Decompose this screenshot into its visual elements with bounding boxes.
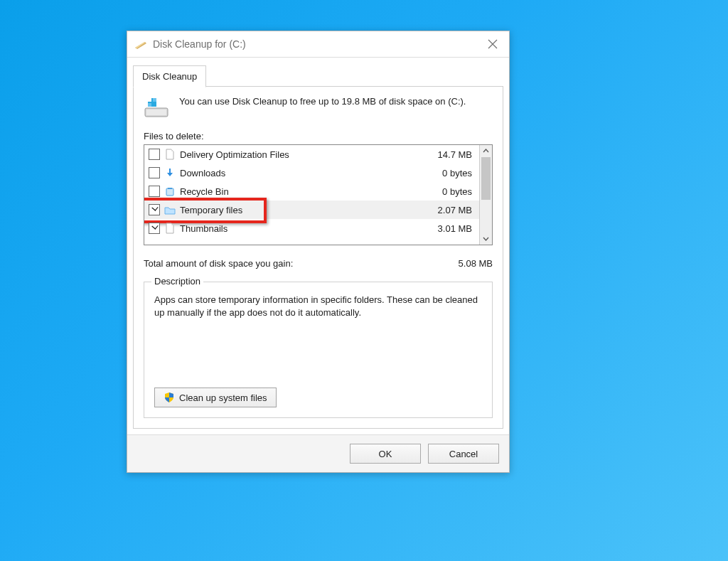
scroll-down-button[interactable]	[480, 233, 492, 245]
drive-icon	[144, 95, 169, 121]
file-checkbox[interactable]	[149, 223, 160, 234]
disk-cleanup-icon	[134, 38, 147, 50]
title-bar[interactable]: Disk Cleanup for (C:)	[127, 31, 509, 58]
shield-icon	[164, 392, 175, 403]
svg-rect-6	[153, 103, 156, 107]
file-size: 2.07 MB	[415, 205, 475, 215]
svg-rect-1	[146, 109, 166, 115]
file-size: 3.01 MB	[415, 223, 475, 234]
intro-section: You can use Disk Cleanup to free up to 1…	[144, 95, 493, 121]
file-name: Downloads	[180, 168, 411, 178]
files-list-inner: Delivery Optimization Files14.7 MBDownlo…	[144, 145, 479, 245]
file-icon	[164, 149, 176, 160]
tab-disk-cleanup[interactable]: Disk Cleanup	[133, 65, 206, 87]
svg-rect-3	[148, 98, 151, 102]
clean-system-files-label: Clean up system files	[179, 392, 267, 403]
file-row[interactable]: Temporary files2.07 MB	[144, 201, 479, 219]
svg-rect-7	[166, 188, 173, 196]
ok-button[interactable]: OK	[350, 444, 421, 464]
file-row[interactable]: Recycle Bin0 bytes	[144, 182, 479, 201]
intro-text: You can use Disk Cleanup to free up to 1…	[179, 95, 466, 108]
file-checkbox[interactable]	[149, 149, 160, 160]
chevron-up-icon	[483, 148, 489, 154]
file-name: Delivery Optimization Files	[180, 149, 411, 160]
window-body: Disk Cleanup	[127, 63, 509, 429]
file-name: Recycle Bin	[180, 186, 411, 197]
tab-label: Disk Cleanup	[142, 71, 197, 82]
files-listbox[interactable]: Delivery Optimization Files14.7 MBDownlo…	[144, 144, 493, 245]
desktop-background: Disk Cleanup for (C:) Disk Cleanup	[0, 0, 728, 561]
dialog-footer: OK Cancel	[127, 434, 509, 472]
window-title: Disk Cleanup for (C:)	[153, 38, 246, 50]
total-row: Total amount of disk space you gain: 5.0…	[144, 258, 493, 269]
download-icon	[164, 167, 176, 178]
description-legend: Description	[151, 276, 203, 287]
scroll-thumb[interactable]	[481, 157, 491, 200]
tab-strip: Disk Cleanup	[133, 63, 503, 87]
chevron-down-icon	[483, 235, 489, 242]
file-row[interactable]: Downloads0 bytes	[144, 164, 479, 182]
ok-label: OK	[379, 449, 392, 459]
file-row[interactable]: Thumbnails3.01 MB	[144, 219, 479, 237]
file-row[interactable]: Delivery Optimization Files14.7 MB	[144, 145, 479, 164]
close-icon	[488, 39, 498, 49]
file-checkbox[interactable]	[149, 167, 160, 178]
recycle-icon	[164, 186, 176, 197]
total-value: 5.08 MB	[459, 258, 493, 269]
clean-system-files-button[interactable]: Clean up system files	[154, 388, 277, 407]
folder-icon	[164, 204, 176, 215]
total-label: Total amount of disk space you gain:	[144, 258, 459, 269]
description-groupbox: Description Apps can store temporary inf…	[144, 282, 493, 418]
file-name: Thumbnails	[180, 223, 411, 234]
close-button[interactable]	[476, 31, 509, 57]
file-size: 0 bytes	[415, 186, 475, 197]
vertical-scrollbar[interactable]	[479, 145, 492, 245]
file-checkbox[interactable]	[149, 186, 160, 197]
tab-content: You can use Disk Cleanup to free up to 1…	[133, 87, 503, 429]
cancel-label: Cancel	[449, 449, 478, 459]
file-size: 0 bytes	[415, 168, 475, 178]
description-text: Apps can store temporary information in …	[154, 294, 482, 372]
cancel-button[interactable]: Cancel	[428, 444, 499, 464]
scroll-track[interactable]	[480, 157, 492, 233]
svg-rect-5	[148, 103, 151, 107]
scroll-up-button[interactable]	[480, 145, 492, 157]
file-checkbox[interactable]	[149, 204, 160, 215]
files-to-delete-label: Files to delete:	[144, 131, 493, 141]
file-name: Temporary files	[180, 205, 411, 215]
file-icon	[164, 223, 176, 234]
file-size: 14.7 MB	[415, 149, 475, 160]
svg-rect-4	[153, 98, 156, 102]
disk-cleanup-window: Disk Cleanup for (C:) Disk Cleanup	[127, 31, 510, 473]
